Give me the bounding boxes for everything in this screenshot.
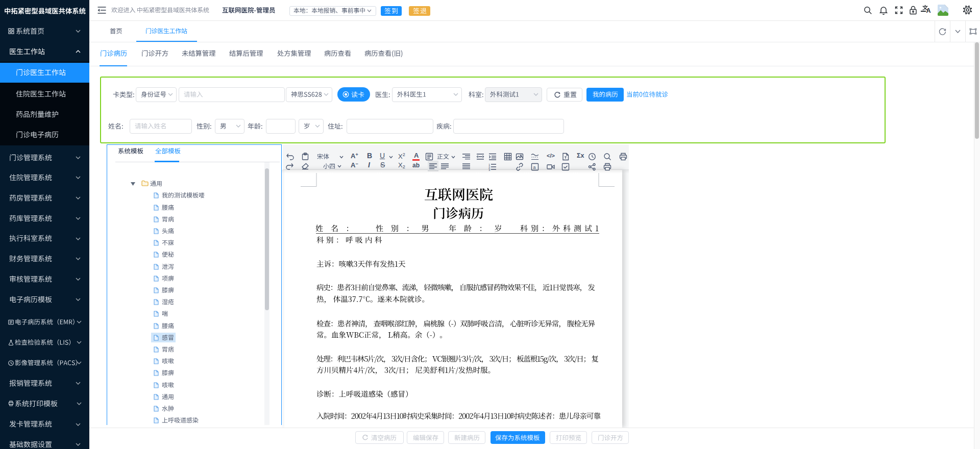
- svg-text:a: a: [533, 164, 536, 169]
